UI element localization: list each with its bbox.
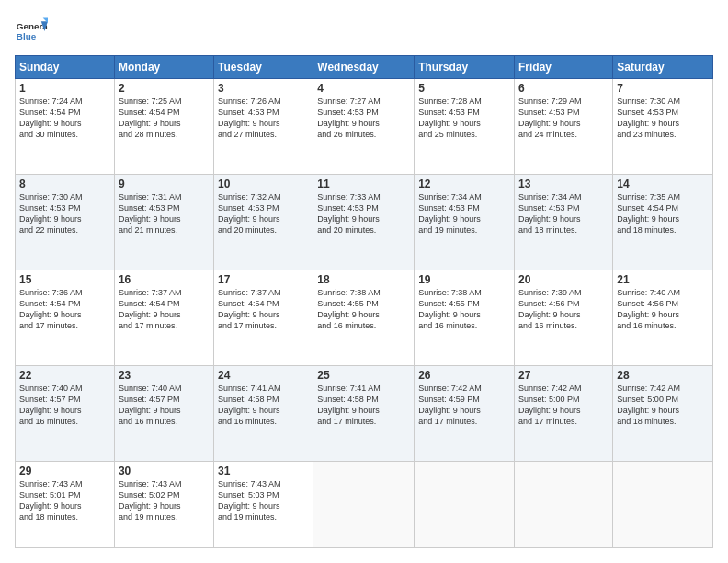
calendar-cell: 15Sunrise: 7:36 AM Sunset: 4:54 PM Dayli…	[16, 270, 115, 365]
day-info: Sunrise: 7:28 AM Sunset: 4:53 PM Dayligh…	[418, 96, 510, 141]
day-number: 27	[518, 369, 609, 382]
calendar-cell: 20Sunrise: 7:39 AM Sunset: 4:56 PM Dayli…	[515, 270, 613, 365]
calendar-cell: 18Sunrise: 7:38 AM Sunset: 4:55 PM Dayli…	[313, 270, 415, 365]
calendar-week-5: 29Sunrise: 7:43 AM Sunset: 5:01 PM Dayli…	[16, 461, 713, 547]
col-header-saturday: Saturday	[613, 56, 713, 79]
calendar-cell: 1Sunrise: 7:24 AM Sunset: 4:54 PM Daylig…	[16, 79, 115, 175]
day-info: Sunrise: 7:42 AM Sunset: 5:00 PM Dayligh…	[518, 383, 609, 428]
calendar-cell: 8Sunrise: 7:30 AM Sunset: 4:53 PM Daylig…	[16, 174, 115, 270]
day-number: 14	[617, 178, 709, 190]
day-info: Sunrise: 7:42 AM Sunset: 4:59 PM Dayligh…	[418, 383, 510, 428]
calendar-cell: 16Sunrise: 7:37 AM Sunset: 4:54 PM Dayli…	[114, 270, 213, 365]
calendar-cell: 23Sunrise: 7:40 AM Sunset: 4:57 PM Dayli…	[114, 365, 213, 461]
day-info: Sunrise: 7:42 AM Sunset: 5:00 PM Dayligh…	[617, 383, 709, 428]
day-info: Sunrise: 7:40 AM Sunset: 4:57 PM Dayligh…	[19, 383, 110, 428]
day-number: 21	[617, 273, 709, 286]
day-info: Sunrise: 7:24 AM Sunset: 4:54 PM Dayligh…	[19, 96, 110, 141]
calendar-header-row: SundayMondayTuesdayWednesdayThursdayFrid…	[16, 56, 713, 79]
calendar-cell: 17Sunrise: 7:37 AM Sunset: 4:54 PM Dayli…	[214, 270, 313, 365]
calendar-cell: 6Sunrise: 7:29 AM Sunset: 4:53 PM Daylig…	[515, 79, 613, 175]
day-number: 23	[119, 369, 210, 382]
calendar-cell: 9Sunrise: 7:31 AM Sunset: 4:53 PM Daylig…	[114, 174, 213, 270]
day-number: 30	[119, 465, 210, 477]
calendar-cell: 21Sunrise: 7:40 AM Sunset: 4:56 PM Dayli…	[613, 270, 713, 365]
day-number: 16	[119, 273, 210, 286]
day-number: 17	[218, 273, 309, 286]
col-header-thursday: Thursday	[415, 56, 515, 79]
day-info: Sunrise: 7:38 AM Sunset: 4:55 PM Dayligh…	[317, 287, 410, 332]
calendar-cell	[415, 461, 515, 547]
calendar-cell	[613, 461, 713, 547]
day-number: 1	[19, 82, 110, 95]
calendar-cell: 7Sunrise: 7:30 AM Sunset: 4:53 PM Daylig…	[613, 79, 713, 175]
col-header-wednesday: Wednesday	[313, 56, 415, 79]
calendar-cell: 26Sunrise: 7:42 AM Sunset: 4:59 PM Dayli…	[415, 365, 515, 461]
calendar-cell	[515, 461, 613, 547]
day-number: 5	[418, 82, 510, 95]
calendar-cell: 3Sunrise: 7:26 AM Sunset: 4:53 PM Daylig…	[214, 79, 313, 175]
day-info: Sunrise: 7:43 AM Sunset: 5:01 PM Dayligh…	[19, 478, 110, 523]
day-info: Sunrise: 7:43 AM Sunset: 5:03 PM Dayligh…	[218, 478, 309, 523]
day-number: 2	[119, 82, 210, 95]
day-info: Sunrise: 7:34 AM Sunset: 4:53 PM Dayligh…	[418, 191, 510, 236]
calendar-cell: 25Sunrise: 7:41 AM Sunset: 4:58 PM Dayli…	[313, 365, 415, 461]
col-header-friday: Friday	[515, 56, 613, 79]
calendar-cell: 22Sunrise: 7:40 AM Sunset: 4:57 PM Dayli…	[16, 365, 115, 461]
day-info: Sunrise: 7:36 AM Sunset: 4:54 PM Dayligh…	[19, 287, 110, 332]
day-number: 8	[19, 178, 110, 190]
day-info: Sunrise: 7:41 AM Sunset: 4:58 PM Dayligh…	[218, 383, 309, 428]
day-number: 29	[19, 465, 110, 477]
col-header-monday: Monday	[114, 56, 213, 79]
logo: General Blue	[15, 15, 48, 48]
calendar-week-1: 1Sunrise: 7:24 AM Sunset: 4:54 PM Daylig…	[16, 79, 713, 175]
day-number: 11	[317, 178, 410, 190]
day-info: Sunrise: 7:32 AM Sunset: 4:53 PM Dayligh…	[218, 191, 309, 236]
day-number: 4	[317, 82, 410, 95]
day-info: Sunrise: 7:31 AM Sunset: 4:53 PM Dayligh…	[119, 191, 210, 236]
day-number: 20	[518, 273, 609, 286]
day-info: Sunrise: 7:39 AM Sunset: 4:56 PM Dayligh…	[518, 287, 609, 332]
calendar-cell: 30Sunrise: 7:43 AM Sunset: 5:02 PM Dayli…	[114, 461, 213, 547]
day-number: 31	[218, 465, 309, 477]
calendar-cell: 11Sunrise: 7:33 AM Sunset: 4:53 PM Dayli…	[313, 174, 415, 270]
calendar-cell: 19Sunrise: 7:38 AM Sunset: 4:55 PM Dayli…	[415, 270, 515, 365]
day-number: 7	[617, 82, 709, 95]
calendar-cell: 24Sunrise: 7:41 AM Sunset: 4:58 PM Dayli…	[214, 365, 313, 461]
calendar-cell: 28Sunrise: 7:42 AM Sunset: 5:00 PM Dayli…	[613, 365, 713, 461]
day-number: 12	[418, 178, 510, 190]
day-number: 18	[317, 273, 410, 286]
calendar-cell: 2Sunrise: 7:25 AM Sunset: 4:54 PM Daylig…	[114, 79, 213, 175]
day-info: Sunrise: 7:25 AM Sunset: 4:54 PM Dayligh…	[119, 96, 210, 141]
day-info: Sunrise: 7:30 AM Sunset: 4:53 PM Dayligh…	[19, 191, 110, 236]
day-info: Sunrise: 7:29 AM Sunset: 4:53 PM Dayligh…	[518, 96, 609, 141]
day-number: 15	[19, 273, 110, 286]
day-number: 24	[218, 369, 309, 382]
calendar-cell: 4Sunrise: 7:27 AM Sunset: 4:53 PM Daylig…	[313, 79, 415, 175]
calendar-table: SundayMondayTuesdayWednesdayThursdayFrid…	[15, 55, 713, 548]
calendar-week-4: 22Sunrise: 7:40 AM Sunset: 4:57 PM Dayli…	[16, 365, 713, 461]
day-info: Sunrise: 7:37 AM Sunset: 4:54 PM Dayligh…	[119, 287, 210, 332]
calendar-week-2: 8Sunrise: 7:30 AM Sunset: 4:53 PM Daylig…	[16, 174, 713, 270]
day-info: Sunrise: 7:41 AM Sunset: 4:58 PM Dayligh…	[317, 383, 410, 428]
day-info: Sunrise: 7:30 AM Sunset: 4:53 PM Dayligh…	[617, 96, 709, 141]
day-number: 13	[518, 178, 609, 190]
header: General Blue	[15, 15, 713, 48]
calendar-cell: 5Sunrise: 7:28 AM Sunset: 4:53 PM Daylig…	[415, 79, 515, 175]
calendar-week-3: 15Sunrise: 7:36 AM Sunset: 4:54 PM Dayli…	[16, 270, 713, 365]
day-info: Sunrise: 7:43 AM Sunset: 5:02 PM Dayligh…	[119, 478, 210, 523]
day-number: 26	[418, 369, 510, 382]
page: General Blue SundayMondayTuesdayWednesda…	[0, 0, 728, 563]
day-number: 19	[418, 273, 510, 286]
day-info: Sunrise: 7:35 AM Sunset: 4:54 PM Dayligh…	[617, 191, 709, 236]
col-header-sunday: Sunday	[16, 56, 115, 79]
calendar-cell: 29Sunrise: 7:43 AM Sunset: 5:01 PM Dayli…	[16, 461, 115, 547]
calendar-cell: 31Sunrise: 7:43 AM Sunset: 5:03 PM Dayli…	[214, 461, 313, 547]
calendar-cell	[313, 461, 415, 547]
calendar-cell: 14Sunrise: 7:35 AM Sunset: 4:54 PM Dayli…	[613, 174, 713, 270]
day-info: Sunrise: 7:34 AM Sunset: 4:53 PM Dayligh…	[518, 191, 609, 236]
calendar-cell: 12Sunrise: 7:34 AM Sunset: 4:53 PM Dayli…	[415, 174, 515, 270]
day-number: 22	[19, 369, 110, 382]
day-number: 25	[317, 369, 410, 382]
svg-text:Blue: Blue	[17, 31, 37, 41]
day-info: Sunrise: 7:40 AM Sunset: 4:57 PM Dayligh…	[119, 383, 210, 428]
